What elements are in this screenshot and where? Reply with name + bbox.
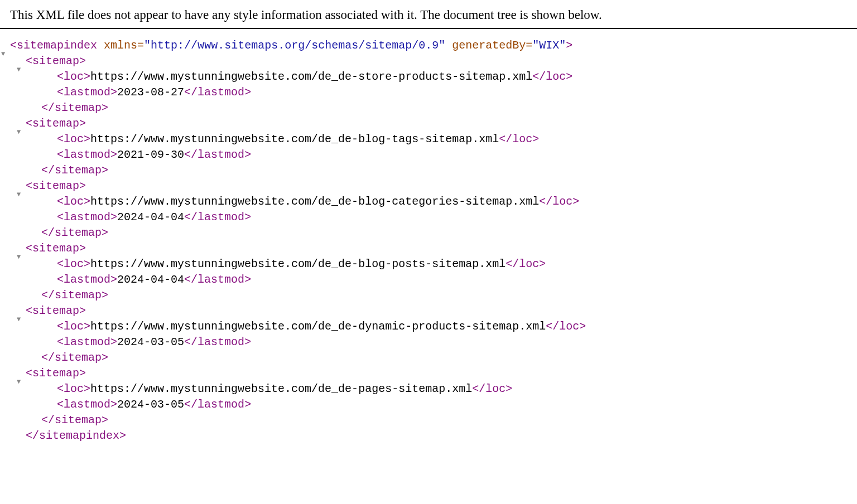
loc-tag-name-close: loc <box>512 133 532 146</box>
tag-close-bracket: > <box>102 289 108 302</box>
loc-tag-name-close: loc <box>485 382 505 395</box>
tag-close-bracket: > <box>110 336 117 348</box>
caret-down-icon[interactable]: ▼ <box>17 190 25 200</box>
loc-value: https://www.mystunningwebsite.com/de_de-… <box>90 382 472 395</box>
sitemap-tag-name: sitemap <box>32 367 79 380</box>
loc-value: https://www.mystunningwebsite.com/de_de-… <box>90 258 505 270</box>
attr-quote: " <box>439 39 445 52</box>
tag-open-bracket: < <box>41 351 48 364</box>
root-open-line: ▼<sitemapindex xmlns="http://www.sitemap… <box>10 38 847 54</box>
tag-open-bracket: < <box>26 55 32 67</box>
tag-open-bracket: < <box>505 258 512 270</box>
lastmod-tag-name: lastmod <box>64 211 110 224</box>
tag-close-bracket: > <box>110 86 117 99</box>
loc-tag-name: loc <box>64 258 84 270</box>
tag-slash: / <box>48 289 55 302</box>
tag-close-bracket: > <box>102 414 108 427</box>
root-close-line: </sitemapindex> <box>10 428 847 444</box>
tag-close-bracket: > <box>79 367 86 380</box>
tag-close-bracket: > <box>244 211 251 224</box>
tag-slash: / <box>505 133 512 146</box>
tag-close-bracket: > <box>84 70 90 83</box>
attr-equals: = <box>526 39 532 52</box>
lastmod-value: 2024-04-04 <box>117 211 184 224</box>
tag-open-bracket: < <box>26 180 32 192</box>
tag-close-bracket: > <box>79 180 86 192</box>
caret-down-icon[interactable]: ▼ <box>17 377 25 387</box>
tag-close-bracket: > <box>110 148 117 161</box>
tag-open-bracket: < <box>57 86 64 99</box>
sitemap-close-line: </sitemap> <box>10 225 847 241</box>
loc-tag-name-close: loc <box>546 70 566 83</box>
tag-slash: / <box>191 148 198 161</box>
tag-close-bracket: > <box>102 226 108 239</box>
lastmod-tag-name-close: lastmod <box>198 211 244 224</box>
loc-tag-name-close: loc <box>519 258 539 270</box>
tag-slash: / <box>48 226 55 239</box>
caret-down-icon[interactable]: ▼ <box>17 65 25 75</box>
tag-close-bracket: > <box>110 398 117 411</box>
sitemap-close-line: </sitemap> <box>10 100 847 116</box>
tag-open-bracket: < <box>41 289 48 302</box>
lastmod-value: 2024-03-05 <box>117 398 184 411</box>
tag-close-bracket: > <box>79 117 86 130</box>
tag-slash: / <box>191 86 198 99</box>
tag-close-bracket: > <box>84 320 90 333</box>
tag-open-bracket: < <box>26 367 32 380</box>
lastmod-line: <lastmod>2024-04-04</lastmod> <box>10 272 847 288</box>
caret-down-icon[interactable]: ▼ <box>17 128 25 137</box>
tag-open-bracket: < <box>26 304 32 317</box>
tag-open-bracket: < <box>57 195 64 208</box>
tag-close-bracket: > <box>572 195 579 208</box>
caret-down-icon[interactable]: ▼ <box>1 50 9 59</box>
tag-open-bracket: < <box>184 148 191 161</box>
tag-close-bracket: > <box>84 195 90 208</box>
tag-open-bracket: < <box>57 70 64 83</box>
tag-open-bracket: < <box>539 195 546 208</box>
tag-open-bracket: < <box>41 164 48 177</box>
loc-tag-name-close: loc <box>552 195 572 208</box>
caret-down-icon[interactable]: ▼ <box>17 315 25 324</box>
attr-name-generatedby: generatedBy <box>452 39 526 52</box>
sitemap-open-line: ▼<sitemap> <box>10 303 847 319</box>
tag-open-bracket: < <box>546 320 552 333</box>
sitemap-tag-name: sitemap <box>32 180 79 192</box>
lastmod-value: 2021-09-30 <box>117 148 184 161</box>
sitemap-close-line: </sitemap> <box>10 350 847 366</box>
lastmod-line: <lastmod>2023-08-27</lastmod> <box>10 85 847 100</box>
tag-open-bracket: < <box>184 398 191 411</box>
tag-close-bracket: > <box>110 211 117 224</box>
sitemap-tag-name: sitemap <box>32 55 79 67</box>
tag-open-bracket: < <box>57 148 64 161</box>
loc-tag-name-close: loc <box>559 320 579 333</box>
tag-open-bracket: < <box>184 336 191 348</box>
attr-quote: " <box>144 39 151 52</box>
tag-slash: / <box>191 273 198 286</box>
lastmod-line: <lastmod>2021-09-30</lastmod> <box>10 147 847 163</box>
tag-open-bracket: < <box>184 86 191 99</box>
caret-down-icon[interactable]: ▼ <box>17 253 25 262</box>
tag-slash: / <box>48 351 55 364</box>
xml-tree: ▼<sitemapindex xmlns="http://www.sitemap… <box>0 29 857 453</box>
tag-close-bracket: > <box>244 148 251 161</box>
sitemap-tag-name-close: sitemap <box>55 351 102 364</box>
sitemap-open-line: ▼<sitemap> <box>10 54 847 69</box>
loc-line: <loc>https://www.mystunningwebsite.com/d… <box>10 256 847 272</box>
tag-close-bracket: > <box>110 273 117 286</box>
tag-open-bracket: < <box>57 133 64 146</box>
tag-close-bracket: > <box>579 320 586 333</box>
loc-tag-name: loc <box>64 195 84 208</box>
loc-line: <loc>https://www.mystunningwebsite.com/d… <box>10 69 847 85</box>
sitemap-tag-name: sitemap <box>32 242 79 255</box>
loc-line: <loc>https://www.mystunningwebsite.com/d… <box>10 194 847 210</box>
lastmod-tag-name: lastmod <box>64 273 110 286</box>
lastmod-tag-name-close: lastmod <box>198 398 244 411</box>
tag-open-bracket: < <box>10 39 17 52</box>
tag-close-bracket: > <box>79 55 86 67</box>
sitemap-tag-name-close: sitemap <box>55 164 102 177</box>
loc-line: <loc>https://www.mystunningwebsite.com/d… <box>10 132 847 147</box>
tag-close-bracket: > <box>505 382 512 395</box>
lastmod-value: 2024-03-05 <box>117 336 184 348</box>
tag-close-bracket: > <box>102 351 108 364</box>
attr-name-xmlns: xmlns <box>104 39 137 52</box>
